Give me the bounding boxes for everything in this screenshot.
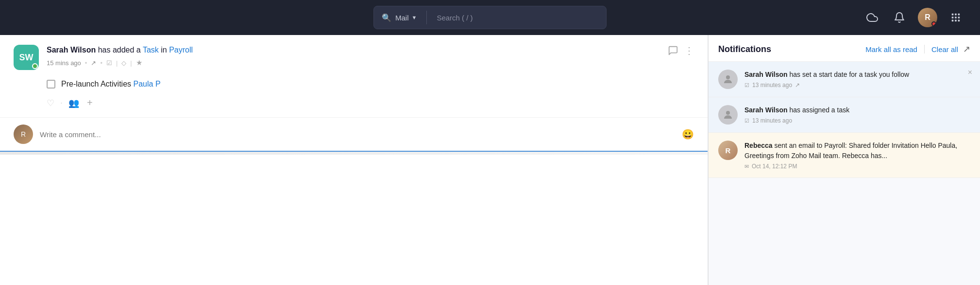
notifications-list: Sarah Wilson has set a start date for a … [709,62,980,285]
activity-avatar: SW [14,45,39,70]
activity-task-link[interactable]: Task [143,46,159,54]
notif-time-3: ✉ Oct 14, 12:12 PM [744,163,970,170]
mail-selector[interactable]: Mail ▼ [395,14,417,22]
comment-avatar: R [14,125,33,144]
notif-text-3: Rebecca sent an email to Payroll: Shared… [744,141,970,161]
activity-meta: 15 mins ago • ↗ • ☑ | ◇ | ★ [47,58,660,67]
cloud-icon-btn[interactable] [863,9,881,26]
notif-avatar-3: R [718,141,738,160]
left-panel: SW Sarah Wilson has added a Task in Payr… [0,35,708,285]
notif-user-2: Sarah Wilson [744,106,788,114]
mark-all-read-btn[interactable]: Mark all as read [865,45,917,53]
notif-action-1: has set a start date for a task you foll… [789,71,909,78]
svg-rect-4 [955,17,957,18]
notif-body-1: Sarah Wilson has set a start date for a … [744,70,970,89]
clear-all-btn[interactable]: Clear all [931,45,958,53]
svg-rect-1 [955,14,957,16]
task-checkbox[interactable] [47,80,55,89]
svg-point-10 [726,111,730,115]
comment-bar: R 😀 [0,117,708,151]
reaction-bar: ♡ · 👥 + [47,97,694,117]
mail-label: Mail [395,14,409,22]
notif-header-sep [924,45,925,53]
notif-text-1: Sarah Wilson has set a start date for a … [744,70,970,80]
task-line: Pre-launch Activities Paula P [47,80,694,89]
comment-input[interactable] [40,130,675,139]
topbar-icons: R [863,8,964,27]
notification-item: R Rebecca sent an email to Payroll: Shar… [709,133,980,178]
activity-time: 15 mins ago [47,59,81,67]
notif-avatar-2 [718,105,738,125]
notif-time-text-3: Oct 14, 12:12 PM [752,163,797,170]
notif-task-icon-2: ☑ [744,118,749,124]
svg-rect-6 [952,20,954,22]
notif-external-link-1[interactable]: ↗ [795,82,800,89]
svg-rect-0 [952,14,954,16]
notifications-header: Notifications Mark all as read Clear all… [709,35,980,62]
emoji-icon-btn[interactable]: 😀 [682,128,694,140]
svg-rect-7 [955,20,957,22]
reaction-person-icon[interactable]: 👥 [68,98,79,108]
star-icon[interactable]: ★ [136,58,142,67]
search-placeholder-text: Search ( / ) [437,14,473,22]
expand-icon-btn[interactable]: ↗ [963,44,970,54]
chevron-down-icon: ▼ [412,15,417,20]
notif-time-2: ☑ 13 minutes ago [744,117,970,124]
comment-avatar-inner: R [14,125,33,144]
bell-icon-btn[interactable] [891,9,908,26]
notif-avatar-person-2 [718,105,738,125]
notif-close-btn-1[interactable]: × [968,69,972,76]
task-assignee-link[interactable]: Paula P [134,80,161,88]
bottom-strip [0,151,708,155]
task-name: Pre-launch Activities Paula P [61,80,161,89]
activity-item: SW Sarah Wilson has added a Task in Payr… [0,35,708,117]
svg-rect-5 [958,17,960,18]
notification-item: Sarah Wilson has assigned a task ☑ 13 mi… [709,97,980,133]
topbar-center: 🔍 Mail ▼ Search ( / ) [373,6,607,29]
activity-user-name: Sarah Wilson [47,46,96,54]
activity-header: SW Sarah Wilson has added a Task in Payr… [14,45,694,70]
notif-user-1: Sarah Wilson [744,71,788,78]
notif-time-text-2: 13 minutes ago [752,117,792,124]
notif-body-2: Sarah Wilson has assigned a task ☑ 13 mi… [744,105,970,124]
search-divider [426,11,427,24]
notif-time-1: ☑ 13 minutes ago ↗ [744,82,970,89]
task-icon: ☑ [106,59,112,67]
comment-icon-btn[interactable] [668,45,678,56]
notif-avatar-1 [718,70,738,89]
notifications-title: Notifications [718,44,865,54]
meta-sep-4: | [130,59,132,67]
activity-title: Sarah Wilson has added a Task in Payroll [47,45,660,55]
activity-in-text: in [161,46,169,54]
search-icon: 🔍 [382,13,391,22]
notif-user-3: Rebecca [744,142,773,149]
svg-rect-2 [958,14,960,16]
grid-icon [950,12,961,23]
user-avatar-topbar[interactable]: R [918,8,937,27]
external-link-icon[interactable]: ↗ [91,59,96,67]
search-bar[interactable]: 🔍 Mail ▼ Search ( / ) [373,6,607,29]
meta-sep-1: • [85,59,87,67]
heart-icon[interactable]: ♡ [47,98,54,108]
activity-title-area: Sarah Wilson has added a Task in Payroll… [47,45,660,67]
notif-body-3: Rebecca sent an email to Payroll: Shared… [744,141,970,170]
tag-icon: ◇ [121,59,126,67]
svg-point-9 [726,75,730,79]
notif-time-text-1: 13 minutes ago [752,82,792,89]
svg-rect-3 [952,17,954,18]
activity-actions-right: ⋮ [668,45,694,56]
notif-text-2: Sarah Wilson has assigned a task [744,105,970,115]
svg-rect-8 [958,20,960,22]
cloud-icon [866,12,878,23]
notif-action-3: sent an email to Payroll: Shared folder … [744,142,957,160]
activity-project-link[interactable]: Payroll [169,46,193,54]
reaction-add-btn[interactable]: + [87,97,93,108]
more-options-btn[interactable]: ⋮ [684,45,694,56]
bell-icon [894,12,905,23]
online-status-dot [32,63,38,69]
notif-avatar-person-1 [718,70,738,89]
notification-item: Sarah Wilson has set a start date for a … [709,62,980,97]
topbar: 🔍 Mail ▼ Search ( / ) R [0,0,980,35]
grid-icon-btn[interactable] [947,9,964,26]
meta-sep-2: • [100,59,102,67]
